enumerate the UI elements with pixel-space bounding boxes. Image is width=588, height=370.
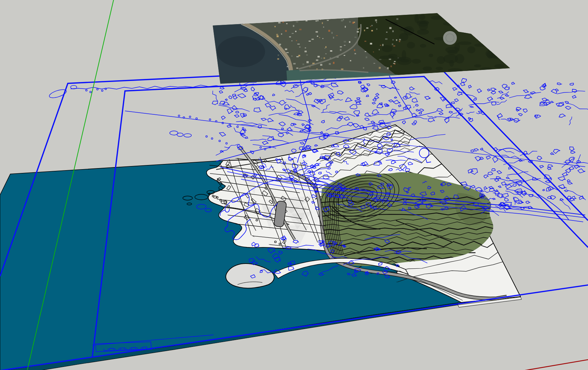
3d-viewport[interactable] [0,0,588,370]
scene-canvas [0,0,588,370]
photo-tank [443,31,457,45]
